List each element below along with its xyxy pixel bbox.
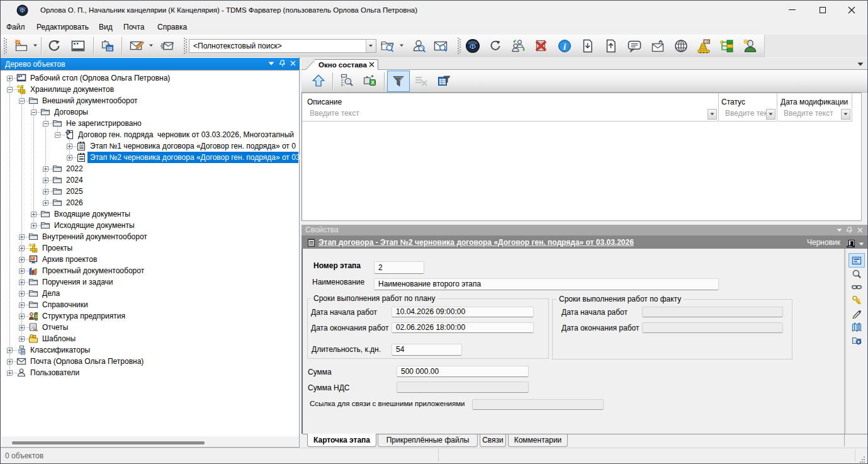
svg-text:Φ: Φ — [470, 42, 476, 51]
svg-text:Φ: Φ — [20, 7, 25, 14]
svg-text:X: X — [371, 79, 375, 86]
